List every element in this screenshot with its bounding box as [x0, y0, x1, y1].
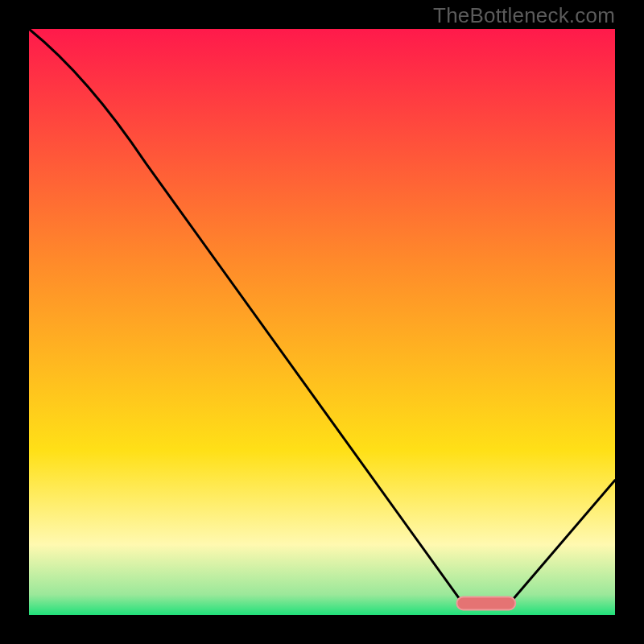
figure-container: TheBottleneck.com — [0, 0, 644, 644]
y-axis-band — [0, 0, 29, 644]
plot-area — [29, 29, 615, 615]
curve-overlay — [29, 29, 615, 615]
bottleneck-curve — [29, 29, 615, 603]
optimal-range-marker — [456, 597, 515, 609]
watermark-text: TheBottleneck.com — [433, 3, 615, 28]
x-axis-band — [0, 615, 644, 644]
